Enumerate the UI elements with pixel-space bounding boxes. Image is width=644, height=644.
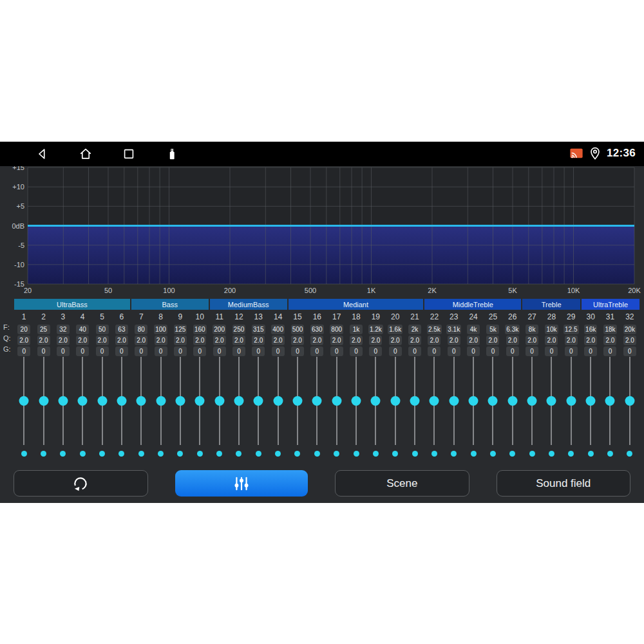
g-value-chip[interactable]: 0 xyxy=(428,346,440,356)
gain-slider[interactable] xyxy=(209,357,229,445)
slider-knob[interactable] xyxy=(292,396,302,406)
slider-knob[interactable] xyxy=(352,396,361,406)
slider-knob[interactable] xyxy=(175,396,185,406)
q-value-chip[interactable]: 2.0 xyxy=(603,336,616,345)
gain-slider[interactable] xyxy=(92,357,111,445)
f-value-chip[interactable]: 4k xyxy=(467,325,480,334)
g-value-chip[interactable]: 0 xyxy=(545,346,558,356)
q-value-chip[interactable]: 2.0 xyxy=(448,336,460,345)
f-value-chip[interactable]: 125 xyxy=(174,325,187,334)
gain-slider[interactable] xyxy=(14,357,33,445)
g-value-chip[interactable]: 0 xyxy=(291,346,304,356)
f-value-chip[interactable]: 3.1k xyxy=(446,325,461,334)
gain-slider[interactable] xyxy=(581,357,600,445)
slider-knob[interactable] xyxy=(19,396,29,406)
g-value-chip[interactable]: 0 xyxy=(213,346,226,356)
q-value-chip[interactable]: 2.0 xyxy=(350,336,363,345)
slider-knob[interactable] xyxy=(605,396,615,406)
q-value-chip[interactable]: 2.0 xyxy=(57,336,70,345)
gain-slider[interactable] xyxy=(522,357,542,445)
f-value-chip[interactable]: 630 xyxy=(310,325,324,334)
gain-slider[interactable] xyxy=(562,357,581,445)
f-value-chip[interactable]: 20 xyxy=(17,325,30,334)
gain-slider[interactable] xyxy=(327,357,346,445)
g-value-chip[interactable]: 0 xyxy=(448,346,460,356)
g-value-chip[interactable]: 0 xyxy=(623,346,636,356)
q-value-chip[interactable]: 2.0 xyxy=(467,336,480,345)
back-icon[interactable] xyxy=(35,147,50,161)
f-value-chip[interactable]: 2.5k xyxy=(427,325,442,334)
q-value-chip[interactable]: 2.0 xyxy=(174,336,187,345)
g-value-chip[interactable]: 0 xyxy=(174,346,187,356)
q-value-chip[interactable]: 2.0 xyxy=(213,336,226,345)
g-value-chip[interactable]: 0 xyxy=(310,346,323,356)
f-value-chip[interactable]: 32 xyxy=(57,325,70,334)
g-value-chip[interactable]: 0 xyxy=(467,346,480,356)
q-value-chip[interactable]: 2.0 xyxy=(623,336,636,345)
slider-knob[interactable] xyxy=(469,396,478,406)
f-value-chip[interactable]: 100 xyxy=(154,325,167,334)
g-value-chip[interactable]: 0 xyxy=(389,346,402,356)
g-value-chip[interactable]: 0 xyxy=(350,346,363,356)
slider-knob[interactable] xyxy=(625,396,634,406)
f-value-chip[interactable]: 8k xyxy=(526,325,538,334)
slider-knob[interactable] xyxy=(214,396,224,406)
gain-slider[interactable] xyxy=(483,357,502,445)
gain-slider[interactable] xyxy=(190,357,209,445)
slider-knob[interactable] xyxy=(312,396,322,406)
gain-slider[interactable] xyxy=(53,357,73,445)
q-value-chip[interactable]: 2.0 xyxy=(115,336,128,345)
q-value-chip[interactable]: 2.0 xyxy=(584,336,597,345)
f-value-chip[interactable]: 315 xyxy=(252,325,265,334)
q-value-chip[interactable]: 2.0 xyxy=(545,336,558,345)
q-value-chip[interactable]: 2.0 xyxy=(291,336,304,345)
g-value-chip[interactable]: 0 xyxy=(272,346,285,356)
g-value-chip[interactable]: 0 xyxy=(369,346,382,356)
band-middletreble[interactable]: MiddleTreble xyxy=(424,299,521,310)
slider-knob[interactable] xyxy=(507,396,517,406)
q-value-chip[interactable]: 2.0 xyxy=(369,336,382,345)
slider-knob[interactable] xyxy=(547,396,556,406)
f-value-chip[interactable]: 500 xyxy=(291,325,305,334)
slider-knob[interactable] xyxy=(195,396,205,406)
slider-knob[interactable] xyxy=(371,396,381,406)
band-bass[interactable]: Bass xyxy=(131,299,209,310)
f-value-chip[interactable]: 10k xyxy=(545,325,558,334)
equalizer-button[interactable] xyxy=(175,470,308,497)
f-value-chip[interactable]: 18k xyxy=(603,325,616,334)
slider-knob[interactable] xyxy=(273,396,283,406)
home-icon[interactable] xyxy=(79,147,93,161)
gain-slider[interactable] xyxy=(268,357,287,445)
q-value-chip[interactable]: 2.0 xyxy=(76,336,89,345)
gain-slider[interactable] xyxy=(33,357,53,445)
gain-slider[interactable] xyxy=(464,357,483,445)
sound-field-button[interactable]: Sound field xyxy=(497,470,631,497)
gain-slider[interactable] xyxy=(600,357,620,445)
f-value-chip[interactable]: 250 xyxy=(232,325,246,334)
recents-icon[interactable] xyxy=(122,147,136,161)
g-value-chip[interactable]: 0 xyxy=(135,346,147,356)
q-value-chip[interactable]: 2.0 xyxy=(232,336,245,345)
scene-button[interactable]: Scene xyxy=(335,470,469,497)
g-value-chip[interactable]: 0 xyxy=(526,346,538,356)
gain-slider[interactable] xyxy=(444,357,464,445)
band-mediumbass[interactable]: MediumBass xyxy=(210,299,287,310)
slider-knob[interactable] xyxy=(39,396,48,406)
gain-slider[interactable] xyxy=(346,357,366,445)
gain-slider[interactable] xyxy=(503,357,522,445)
slider-knob[interactable] xyxy=(332,396,341,406)
gain-slider[interactable] xyxy=(307,357,327,445)
slider-knob[interactable] xyxy=(430,396,439,406)
band-mediant[interactable]: Mediant xyxy=(289,299,424,310)
gain-slider[interactable] xyxy=(542,357,561,445)
g-value-chip[interactable]: 0 xyxy=(193,346,206,356)
gain-slider[interactable] xyxy=(131,357,151,445)
g-value-chip[interactable]: 0 xyxy=(17,346,30,356)
f-value-chip[interactable]: 5k xyxy=(486,325,499,334)
q-value-chip[interactable]: 2.0 xyxy=(155,336,167,345)
q-value-chip[interactable]: 2.0 xyxy=(526,336,538,345)
q-value-chip[interactable]: 2.0 xyxy=(252,336,265,345)
g-value-chip[interactable]: 0 xyxy=(155,346,167,356)
gain-slider[interactable] xyxy=(112,357,131,445)
g-value-chip[interactable]: 0 xyxy=(37,346,50,356)
